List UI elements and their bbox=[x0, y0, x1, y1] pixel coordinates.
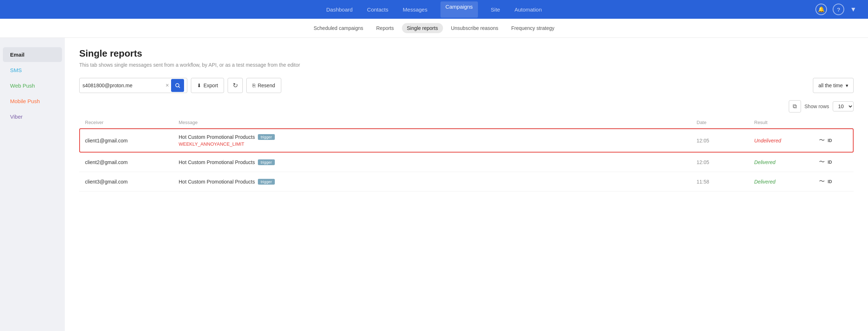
copy-button[interactable]: ⧉ bbox=[789, 100, 801, 112]
receiver-email: client1@gmail.com bbox=[85, 138, 179, 144]
sidebar-item-sms[interactable]: SMS bbox=[3, 63, 62, 78]
search-clear-button[interactable]: × bbox=[166, 82, 169, 89]
id-badge[interactable]: ID bbox=[828, 179, 832, 184]
search-container: × bbox=[79, 78, 187, 93]
sidebar-item-webpush[interactable]: Web Push bbox=[3, 78, 62, 93]
trend-icon[interactable]: 〜 bbox=[819, 137, 825, 144]
refresh-icon: ↻ bbox=[233, 81, 238, 89]
result-status: Delivered bbox=[754, 159, 819, 165]
nav-contacts[interactable]: Contacts bbox=[366, 1, 390, 18]
subnav-reports[interactable]: Reports bbox=[371, 23, 399, 33]
time-filter-label: all the time bbox=[818, 83, 843, 88]
sidebar: Email SMS Web Push Mobile Push Viber bbox=[0, 38, 65, 331]
subnav-frequency-strategy[interactable]: Frequency strategy bbox=[506, 23, 559, 33]
top-navigation: Dashboard Contacts Messages Campaigns Si… bbox=[0, 0, 868, 19]
help-button[interactable]: ? bbox=[833, 4, 844, 15]
result-status: Undelivered bbox=[754, 138, 819, 144]
subnav-unsubscribe-reasons[interactable]: Unsubscribe reasons bbox=[446, 23, 504, 33]
resend-button[interactable]: ⎘ Resend bbox=[246, 78, 281, 93]
nav-messages[interactable]: Messages bbox=[401, 1, 429, 18]
top-nav-right: 🔔 ? ▼ bbox=[815, 4, 856, 15]
time-filter-arrow-icon: ▾ bbox=[846, 83, 848, 88]
nav-site[interactable]: Site bbox=[489, 1, 502, 18]
message-cell: Hot Custom Promotional Products trigger bbox=[179, 159, 697, 165]
message-cell: Hot Custom Promotional Products trigger … bbox=[179, 134, 697, 147]
show-rows-bar: ⧉ Show rows 10 25 50 bbox=[79, 100, 854, 112]
col-header-result: Result bbox=[754, 120, 819, 125]
export-button[interactable]: ⬇ Export bbox=[191, 78, 224, 93]
date-value: 12:05 bbox=[697, 138, 754, 144]
col-header-date: Date bbox=[697, 120, 754, 125]
copy-icon: ⧉ bbox=[793, 103, 797, 110]
action-cell: 〜 ID bbox=[819, 158, 848, 166]
page-subtitle: This tab shows single messages sent from… bbox=[79, 62, 854, 68]
search-input[interactable] bbox=[82, 83, 166, 88]
top-nav-links: Dashboard Contacts Messages Campaigns Si… bbox=[325, 1, 543, 18]
message-row: Hot Custom Promotional Products trigger bbox=[179, 159, 697, 165]
message-name: Hot Custom Promotional Products bbox=[179, 159, 255, 165]
sub-navigation: Scheduled campaigns Reports Single repor… bbox=[0, 19, 868, 38]
export-label: Export bbox=[203, 83, 218, 88]
refresh-button[interactable]: ↻ bbox=[228, 78, 243, 93]
message-row: Hot Custom Promotional Products trigger bbox=[179, 179, 697, 185]
receiver-email: client2@gmail.com bbox=[85, 159, 179, 165]
resend-label: Resend bbox=[258, 83, 275, 88]
data-table: Receiver Message Date Result client1@gma… bbox=[79, 117, 854, 191]
export-icon: ⬇ bbox=[197, 83, 201, 88]
subnav-single-reports[interactable]: Single reports bbox=[402, 23, 443, 33]
notifications-button[interactable]: 🔔 bbox=[815, 4, 827, 15]
id-badge[interactable]: ID bbox=[828, 160, 832, 165]
action-cell: 〜 ID bbox=[819, 178, 848, 185]
trigger-badge: trigger bbox=[258, 134, 275, 140]
date-value: 11:58 bbox=[697, 179, 754, 185]
message-cell: Hot Custom Promotional Products trigger bbox=[179, 179, 697, 185]
resend-icon: ⎘ bbox=[252, 83, 255, 88]
toolbar: × ⬇ Export ↻ ⎘ Resend all the time bbox=[79, 78, 854, 93]
nav-campaigns[interactable]: Campaigns bbox=[440, 1, 478, 18]
message-name: Hot Custom Promotional Products bbox=[179, 179, 255, 185]
annoyance-limit-text: WEEKLY_ANNOYANCE_LIMIT bbox=[179, 141, 697, 147]
trigger-badge: trigger bbox=[258, 159, 275, 165]
main-content: Single reports This tab shows single mes… bbox=[65, 38, 868, 331]
id-badge[interactable]: ID bbox=[828, 138, 832, 143]
result-status: Delivered bbox=[754, 179, 819, 185]
show-rows-label: Show rows bbox=[805, 103, 829, 109]
sidebar-item-mobilepush[interactable]: Mobile Push bbox=[3, 94, 62, 109]
sidebar-item-viber[interactable]: Viber bbox=[3, 109, 62, 124]
col-header-receiver: Receiver bbox=[85, 120, 179, 125]
trend-icon[interactable]: 〜 bbox=[819, 158, 825, 166]
message-name: Hot Custom Promotional Products bbox=[179, 134, 255, 140]
col-header-actions bbox=[819, 120, 848, 125]
time-filter-dropdown[interactable]: all the time ▾ bbox=[813, 78, 854, 93]
nav-dashboard[interactable]: Dashboard bbox=[325, 1, 354, 18]
table-row: client3@gmail.com Hot Custom Promotional… bbox=[79, 172, 854, 191]
nav-automation[interactable]: Automation bbox=[513, 1, 543, 18]
trigger-badge: trigger bbox=[258, 179, 275, 185]
message-row: Hot Custom Promotional Products trigger bbox=[179, 134, 697, 140]
svg-line-1 bbox=[179, 87, 180, 88]
subnav-scheduled-campaigns[interactable]: Scheduled campaigns bbox=[309, 23, 368, 33]
sidebar-item-email[interactable]: Email bbox=[3, 47, 62, 62]
page-title: Single reports bbox=[79, 48, 854, 59]
action-cell: 〜 ID bbox=[819, 137, 848, 144]
receiver-email: client3@gmail.com bbox=[85, 179, 179, 185]
col-header-message: Message bbox=[179, 120, 697, 125]
table-row: client2@gmail.com Hot Custom Promotional… bbox=[79, 153, 854, 172]
account-dropdown[interactable]: ▼ bbox=[850, 6, 856, 13]
search-button[interactable] bbox=[171, 79, 184, 92]
table-header: Receiver Message Date Result bbox=[79, 117, 854, 128]
trend-icon[interactable]: 〜 bbox=[819, 178, 825, 185]
table-row: client1@gmail.com Hot Custom Promotional… bbox=[79, 128, 854, 153]
date-value: 12:05 bbox=[697, 159, 754, 165]
show-rows-select[interactable]: 10 25 50 bbox=[833, 101, 854, 111]
page-layout: Email SMS Web Push Mobile Push Viber Sin… bbox=[0, 38, 868, 331]
